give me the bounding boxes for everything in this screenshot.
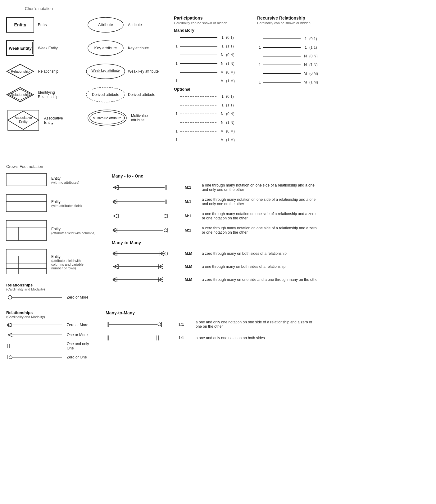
svg-point-92 xyxy=(165,252,168,255)
crows-entity-simple-label-group: Entity (with no attributes) xyxy=(51,176,79,184)
many-row-0-svg xyxy=(112,184,180,191)
opt-notation-1: (1:1) xyxy=(226,103,238,107)
crows-bottom: Relationships (Cardinality and Modality)… xyxy=(6,310,430,364)
participation-title: Participations xyxy=(174,16,238,20)
legend-zero-more-label: Zero or More xyxy=(67,323,88,327)
svg-line-100 xyxy=(158,267,163,269)
weak-entity-text: Weak Entity xyxy=(9,46,31,51)
rec-notation-1: (1:1) xyxy=(309,45,322,50)
many-row-1-desc: a zero through many notation on one side… xyxy=(202,197,320,206)
opt-row-0: 1 (0:1) xyxy=(174,93,238,100)
mand-left-3: 1 xyxy=(174,61,178,66)
mand-right-3: N xyxy=(220,61,224,66)
mand-notation-4: (0:M) xyxy=(226,70,238,74)
rec-left-1: 1 xyxy=(257,45,261,50)
opt-notation-5: (1:M) xyxy=(226,138,238,142)
opt-left-5: 1 xyxy=(174,138,178,142)
crows-entity-cols-sublabel: (attributes field with columns) xyxy=(51,231,95,235)
opt-row-1: 1 (1:1) xyxy=(174,102,238,109)
mm-row-0-desc: a zero through many on both sides of a r… xyxy=(202,251,287,256)
entity-text: Entity xyxy=(14,22,26,27)
svg-text:Relationship: Relationship xyxy=(11,93,30,97)
crows-entity-cols-label: Entity xyxy=(51,227,95,231)
mand-row-2: N (0:N) xyxy=(174,52,238,58)
svg-line-109 xyxy=(158,277,163,280)
svg-rect-38 xyxy=(6,173,47,186)
rec-line-2 xyxy=(263,54,301,59)
opt-line-0 xyxy=(180,94,217,99)
oneone-row-1-desc: a one and only one notation on both side… xyxy=(196,336,265,340)
many-row-3: M:1 a zero through many notation on one … xyxy=(112,226,430,235)
many-row-0-ratio: M:1 xyxy=(185,185,197,190)
rec-right-1: 1 xyxy=(303,45,307,50)
many-to-many-title: Many-to-Many xyxy=(112,240,430,245)
opt-row-3: N (1:N) xyxy=(174,119,238,126)
rec-right-4: M xyxy=(303,71,307,76)
mand-left-5: 1 xyxy=(174,79,178,83)
mand-line-1 xyxy=(180,44,217,49)
svg-line-93 xyxy=(113,264,118,267)
svg-point-127 xyxy=(9,356,12,359)
weak-entity-row: Weak Entity Weak Entity xyxy=(6,39,58,57)
attribute-oval: Attribute xyxy=(87,17,124,33)
svg-text:Weak key attribute: Weak key attribute xyxy=(92,69,120,72)
oneone-row-0-desc: a one and only one notation on one side … xyxy=(196,320,314,329)
recursive-title: Recursive Relationship xyxy=(257,16,322,20)
mand-notation-0: (0:1) xyxy=(226,35,238,40)
key-attribute-label: Key attribute xyxy=(128,46,159,50)
crows-entity-rows-label-group: Entity (attributes field with columns an… xyxy=(51,254,89,270)
crows-entity-attrs xyxy=(6,195,47,213)
opt-right-4: M xyxy=(220,129,224,133)
participation-main: Participations Cardinality can be shown … xyxy=(174,16,238,145)
weak-key-attr-oval-svg: Weak key attribute xyxy=(85,63,126,80)
svg-text:Entity: Entity xyxy=(19,120,28,124)
mand-line-5 xyxy=(180,79,217,83)
associative-entity-row: Associative Entity Associative Entity xyxy=(6,109,68,132)
svg-line-90 xyxy=(160,254,164,256)
crows-left-col: Entity (with no attributes) Entity (with… xyxy=(6,173,106,304)
mand-notation-1: (1:1) xyxy=(226,44,238,48)
mand-line-2 xyxy=(180,52,217,57)
opt-line-3 xyxy=(180,120,217,125)
many-row-0: M:1 a one through many notation on one s… xyxy=(112,183,430,192)
crows-entity-simple-row: Entity (with no attributes) xyxy=(6,173,106,187)
crows-title: Crow's Foot notation xyxy=(6,164,430,169)
mandatory-title: Mandatory xyxy=(174,28,238,33)
relationship-label: Relationship xyxy=(38,69,58,74)
many-row-2-desc: a one through many notation on one side … xyxy=(202,212,320,220)
oneone-row-1-svg xyxy=(106,334,174,342)
rel-zero-more-svg xyxy=(6,294,62,300)
rec-notation-3: (1:N) xyxy=(309,63,322,67)
crows-entity-attrs-label: Entity xyxy=(51,200,82,204)
opt-right-2: N xyxy=(220,112,224,116)
attribute-oval-svg: Attribute xyxy=(87,16,124,34)
rec-right-5: M xyxy=(303,80,307,84)
many-row-2: M:1 a one through many notation on one s… xyxy=(112,212,430,220)
many-row-3-desc: a zero through many notation on one side… xyxy=(202,226,320,235)
attribute-row: Attribute Attribute xyxy=(87,16,158,34)
rec-line-0 xyxy=(263,36,301,41)
crows-entity-attrs-row: Entity (with attributes field) xyxy=(6,195,106,213)
rec-line-4 xyxy=(263,71,301,76)
rec-notation-5: (1:M) xyxy=(309,80,322,84)
key-attribute-row: Key attribute Key attribute xyxy=(87,39,158,57)
rec-left-3: 1 xyxy=(257,63,261,67)
svg-line-53 xyxy=(113,187,118,190)
svg-rect-39 xyxy=(6,195,47,212)
crows-entity-cols xyxy=(6,220,47,241)
identifying-rel-row: Relationship Identifying Relationship xyxy=(6,85,68,104)
crows-entity-attrs-sublabel: (with attributes field) xyxy=(51,204,82,208)
many-row-3-ratio: M:1 xyxy=(185,228,197,232)
svg-line-118 xyxy=(8,333,12,335)
svg-point-80 xyxy=(164,229,167,232)
crows-entity-rows-label: Entity xyxy=(51,254,89,259)
legend-zero-one-svg xyxy=(6,354,62,360)
legend-one-more: One or More xyxy=(6,332,93,338)
participation-subtitle: Cardinality can be shown or hidden xyxy=(174,21,238,25)
weak-entity-shape: Weak Entity xyxy=(6,40,34,56)
legend-one-more-label: One or More xyxy=(67,333,88,337)
mand-row-4: M (0:M) xyxy=(174,69,238,76)
multivalue-attr-oval-svg: Multivalue attribute xyxy=(87,109,127,127)
multivalue-attr-row: Multivalue attribute Multivalue attribut… xyxy=(87,109,158,127)
opt-right-5: M xyxy=(220,138,224,142)
